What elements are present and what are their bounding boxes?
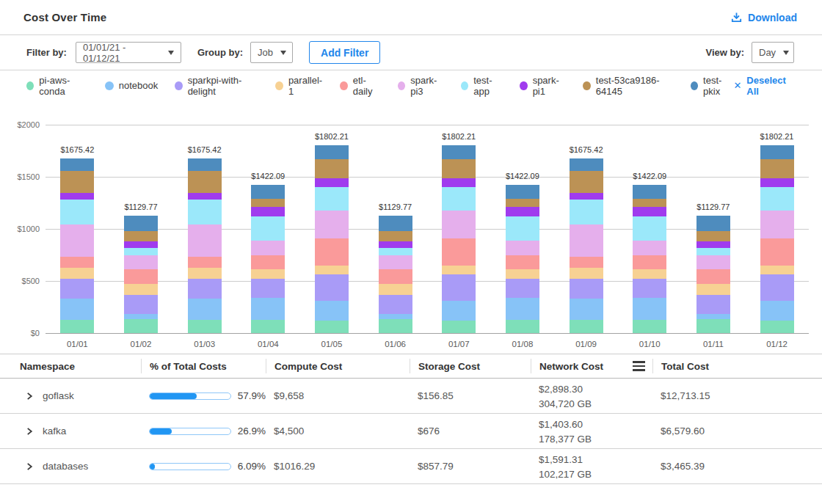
- bar-segment-test-app[interactable]: [696, 248, 730, 255]
- legend-item-pi-aws-conda[interactable]: pi-aws-conda: [26, 75, 88, 97]
- bar-segment-notebook[interactable]: [124, 314, 158, 319]
- bar-segment-notebook[interactable]: [760, 301, 794, 321]
- bar-segment-etl-daily[interactable]: [379, 269, 412, 284]
- bar-segment-etl-daily[interactable]: [696, 269, 730, 284]
- stacked-bar-01/05[interactable]: [315, 145, 349, 333]
- bar-segment-etl-daily[interactable]: [570, 257, 603, 268]
- bar-segment-notebook[interactable]: [315, 301, 349, 321]
- bar-segment-etl-daily[interactable]: [188, 257, 222, 268]
- bar-segment-test-pkix[interactable]: [633, 185, 666, 199]
- legend-item-test-53ca9186-64145[interactable]: test-53ca9186-64145: [583, 75, 673, 97]
- bar-segment-etl-daily[interactable]: [60, 257, 94, 268]
- bar-segment-spark-pi3[interactable]: [379, 255, 412, 270]
- bar-segment-test-app[interactable]: [315, 187, 349, 211]
- bar-segment-spark-pi3[interactable]: [570, 224, 603, 257]
- bar-segment-notebook[interactable]: [506, 298, 539, 320]
- bar-segment-spark-pi1[interactable]: [379, 241, 412, 249]
- bar-segment-pi-aws-conda[interactable]: [251, 320, 285, 333]
- expand-row-button[interactable]: [26, 392, 34, 401]
- bar-segment-spark-pi3[interactable]: [251, 241, 285, 255]
- expand-row-button[interactable]: [26, 462, 34, 471]
- bar-segment-etl-daily[interactable]: [442, 238, 476, 266]
- stacked-bar-01/06[interactable]: [379, 216, 412, 333]
- bar-segment-test-53ca9186-64145[interactable]: [633, 199, 666, 206]
- bar-segment-etl-daily[interactable]: [760, 238, 794, 266]
- bar-segment-spark-pi1[interactable]: [696, 241, 730, 249]
- bar-segment-notebook[interactable]: [442, 301, 476, 321]
- bar-segment-sparkpi-with-delight[interactable]: [379, 295, 412, 314]
- bar-segment-notebook[interactable]: [188, 299, 222, 320]
- stacked-bar-01/03[interactable]: [188, 158, 222, 333]
- bar-segment-test-app[interactable]: [760, 187, 794, 211]
- stacked-bar-01/07[interactable]: [442, 145, 476, 333]
- bar-segment-sparkpi-with-delight[interactable]: [188, 279, 222, 299]
- bar-segment-test-app[interactable]: [506, 216, 539, 241]
- bar-segment-etl-daily[interactable]: [506, 255, 539, 269]
- stacked-bar-01/10[interactable]: [633, 185, 666, 333]
- bar-segment-test-53ca9186-64145[interactable]: [442, 159, 476, 179]
- bar-segment-spark-pi3[interactable]: [633, 241, 666, 255]
- bar-segment-pi-aws-conda[interactable]: [633, 320, 666, 333]
- bar-segment-test-app[interactable]: [188, 200, 222, 224]
- bar-segment-test-53ca9186-64145[interactable]: [188, 171, 222, 193]
- bar-segment-test-app[interactable]: [60, 200, 94, 224]
- bar-segment-test-pkix[interactable]: [506, 185, 539, 199]
- bar-segment-pi-aws-conda[interactable]: [760, 321, 794, 333]
- bar-segment-pi-aws-conda[interactable]: [442, 321, 476, 333]
- bar-segment-spark-pi3[interactable]: [124, 255, 158, 270]
- bar-segment-spark-pi3[interactable]: [696, 255, 730, 270]
- bar-segment-sparkpi-with-delight[interactable]: [633, 279, 666, 298]
- bar-segment-parallel-1[interactable]: [570, 268, 603, 280]
- legend-item-sparkpi-with-delight[interactable]: sparkpi-with-delight: [175, 75, 258, 97]
- bar-segment-spark-pi3[interactable]: [506, 241, 539, 255]
- bar-segment-spark-pi1[interactable]: [251, 207, 285, 216]
- add-filter-button[interactable]: Add Filter: [309, 41, 380, 64]
- bar-segment-etl-daily[interactable]: [633, 255, 666, 269]
- bar-segment-test-app[interactable]: [442, 187, 476, 211]
- stacked-bar-01/08[interactable]: [506, 185, 539, 333]
- bar-segment-sparkpi-with-delight[interactable]: [696, 295, 730, 314]
- bar-segment-spark-pi3[interactable]: [760, 211, 794, 238]
- bar-segment-spark-pi3[interactable]: [315, 211, 349, 238]
- bar-segment-notebook[interactable]: [251, 298, 285, 320]
- bar-segment-sparkpi-with-delight[interactable]: [570, 279, 603, 299]
- bar-segment-sparkpi-with-delight[interactable]: [760, 274, 794, 301]
- bar-segment-spark-pi1[interactable]: [760, 178, 794, 186]
- bar-segment-sparkpi-with-delight[interactable]: [315, 274, 349, 301]
- stacked-bar-01/11[interactable]: [696, 216, 730, 333]
- bar-segment-parallel-1[interactable]: [124, 284, 158, 295]
- legend-item-etl-daily[interactable]: etl-daily: [340, 75, 380, 97]
- expand-row-button[interactable]: [26, 427, 34, 436]
- bar-segment-pi-aws-conda[interactable]: [124, 319, 158, 333]
- bar-segment-parallel-1[interactable]: [379, 284, 412, 295]
- bar-segment-parallel-1[interactable]: [60, 268, 94, 280]
- bar-segment-test-pkix[interactable]: [315, 145, 349, 159]
- legend-item-test-pkix[interactable]: test-pkix: [691, 75, 734, 97]
- bar-segment-test-pkix[interactable]: [251, 185, 285, 199]
- bar-segment-spark-pi3[interactable]: [60, 224, 94, 257]
- bar-segment-pi-aws-conda[interactable]: [60, 320, 94, 333]
- bar-segment-notebook[interactable]: [60, 299, 94, 320]
- bar-segment-spark-pi1[interactable]: [506, 207, 539, 216]
- bar-segment-parallel-1[interactable]: [315, 266, 349, 275]
- stacked-bar-01/12[interactable]: [760, 145, 794, 333]
- bar-segment-pi-aws-conda[interactable]: [188, 320, 222, 333]
- bar-segment-test-pkix[interactable]: [379, 216, 412, 231]
- bar-segment-test-53ca9186-64145[interactable]: [315, 159, 349, 179]
- bar-segment-test-53ca9186-64145[interactable]: [506, 199, 539, 206]
- bar-segment-notebook[interactable]: [633, 298, 666, 320]
- bar-segment-test-53ca9186-64145[interactable]: [696, 231, 730, 241]
- group-by-select[interactable]: Job: [250, 42, 293, 63]
- bar-segment-pi-aws-conda[interactable]: [506, 320, 539, 333]
- bar-segment-test-pkix[interactable]: [60, 158, 94, 171]
- bar-segment-test-53ca9186-64145[interactable]: [124, 231, 158, 241]
- bar-segment-spark-pi1[interactable]: [633, 207, 666, 216]
- stacked-bar-01/02[interactable]: [124, 216, 158, 333]
- bar-segment-test-app[interactable]: [251, 216, 285, 241]
- bar-segment-test-app[interactable]: [379, 248, 412, 255]
- bar-segment-test-53ca9186-64145[interactable]: [60, 171, 94, 193]
- bar-segment-test-pkix[interactable]: [570, 158, 603, 171]
- bar-segment-test-pkix[interactable]: [124, 216, 158, 231]
- bar-segment-spark-pi1[interactable]: [442, 178, 476, 186]
- bar-segment-spark-pi1[interactable]: [188, 193, 222, 200]
